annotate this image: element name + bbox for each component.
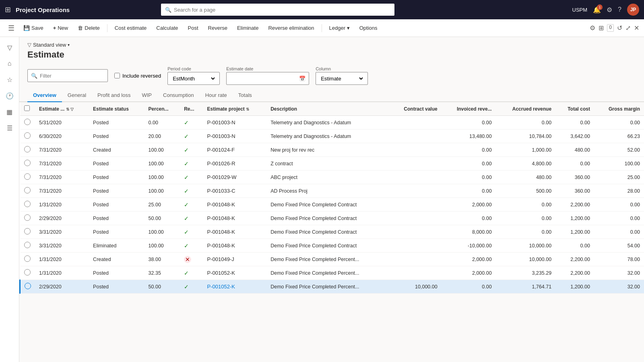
toolbar-columns-icon[interactable]: ⊞: [599, 24, 604, 32]
standard-view-button[interactable]: ▽ Standard view ▾: [27, 42, 636, 48]
save-button[interactable]: 💾 Save: [19, 23, 47, 33]
select-all-checkbox[interactable]: [24, 105, 30, 111]
row-project[interactable]: P-001024-F: [203, 143, 266, 157]
table-row[interactable]: 7/31/2020 Posted 100.00 ✓ P-001033-C AD …: [20, 184, 644, 198]
calendar-icon[interactable]: 📅: [299, 76, 305, 82]
header-estimate-status[interactable]: Estimate status: [89, 102, 144, 116]
table-row[interactable]: 7/31/2020 Posted 100.00 ✓ P-001026-R Z c…: [20, 157, 644, 171]
header-description[interactable]: Description: [266, 102, 389, 116]
search-bar[interactable]: 🔍: [161, 4, 394, 16]
table-row[interactable]: 1/31/2020 Created 38.00 ✕ P-001049-J Dem…: [20, 253, 644, 266]
filter-input-container[interactable]: 🔍: [27, 69, 108, 82]
period-code-select[interactable]: EstMonth Month Quarter Year: [171, 75, 216, 82]
row-project[interactable]: P-001052-K: [203, 280, 266, 294]
row-project[interactable]: P-001048-K: [203, 212, 266, 225]
menu-toggle-icon[interactable]: ☰: [5, 22, 18, 34]
settings-icon[interactable]: ⚙: [607, 6, 612, 14]
row-project[interactable]: P-001048-K: [203, 198, 266, 212]
row-project[interactable]: P-001003-N: [203, 130, 266, 143]
calculate-button[interactable]: Calculate: [152, 23, 182, 33]
row-check-cell[interactable]: [20, 253, 35, 266]
options-button[interactable]: Options: [355, 23, 382, 33]
header-re[interactable]: Re...: [180, 102, 203, 116]
header-check[interactable]: [20, 102, 35, 116]
cost-estimate-button[interactable]: Cost estimate: [111, 23, 151, 33]
period-code-select-wrap[interactable]: EstMonth Month Quarter Year: [167, 72, 220, 85]
include-reversed-checkbox[interactable]: [114, 73, 120, 78]
delete-button[interactable]: 🗑 Delete: [74, 23, 104, 33]
sidebar-icon-recent[interactable]: 🕐: [2, 88, 17, 103]
header-estimate-project[interactable]: Estimate project ⇅: [203, 102, 266, 116]
sidebar-icon-favorites[interactable]: ☆: [2, 72, 17, 87]
table-row[interactable]: 3/31/2020 Posted 100.00 ✓ P-001048-K Dem…: [20, 225, 644, 239]
table-row[interactable]: 1/31/2020 Posted 32.35 ✓ P-001052-K Demo…: [20, 266, 644, 280]
toolbar-settings-icon[interactable]: ⚙: [590, 24, 595, 32]
header-accrued-revenue[interactable]: Accrued revenue: [496, 102, 555, 116]
row-checkbox[interactable]: [24, 160, 31, 166]
row-check-cell[interactable]: [20, 198, 35, 212]
sidebar-icon-workspaces[interactable]: ▦: [2, 105, 17, 119]
search-input[interactable]: [174, 7, 390, 13]
row-check-cell[interactable]: [20, 130, 35, 143]
table-row[interactable]: 5/31/2020 Posted 0.00 ✓ P-001003-N Telem…: [20, 116, 644, 130]
grid-icon[interactable]: ⊞: [5, 5, 11, 14]
post-button[interactable]: Post: [184, 23, 202, 33]
row-check-cell[interactable]: [20, 266, 35, 280]
row-checkbox[interactable]: [24, 173, 31, 180]
row-checkbox[interactable]: [25, 283, 31, 289]
row-checkbox[interactable]: [24, 119, 31, 125]
row-check-cell[interactable]: [20, 239, 35, 253]
tab-hour-rate[interactable]: Hour rate: [200, 89, 233, 102]
table-row[interactable]: 1/31/2020 Posted 25.00 ✓ P-001048-K Demo…: [20, 198, 644, 212]
row-project[interactable]: P-001003-N: [203, 116, 266, 130]
sidebar-icon-menu[interactable]: ▽: [2, 40, 17, 55]
row-project[interactable]: P-001048-K: [203, 225, 266, 239]
tab-profit-loss[interactable]: Profit and loss: [92, 89, 136, 102]
new-button[interactable]: + New: [49, 23, 72, 33]
row-checkbox[interactable]: [24, 187, 31, 193]
reverse-button[interactable]: Reverse: [204, 23, 231, 33]
eliminate-button[interactable]: Eliminate: [233, 23, 262, 33]
avatar[interactable]: JP: [627, 4, 639, 16]
row-checkbox[interactable]: [24, 214, 31, 221]
row-project[interactable]: P-001052-K: [203, 266, 266, 280]
tab-consumption[interactable]: Consumption: [157, 89, 200, 102]
header-gross-margin[interactable]: Gross margin: [594, 102, 644, 116]
row-checkbox[interactable]: [24, 201, 31, 207]
sidebar-icon-list[interactable]: ☰: [2, 121, 17, 135]
table-row[interactable]: 2/29/2020 Posted 50.00 ✓ P-001048-K Demo…: [20, 212, 644, 225]
notification-icon[interactable]: 🔔 1: [593, 6, 601, 14]
tab-general[interactable]: General: [62, 89, 92, 102]
reverse-elimination-button[interactable]: Reverse elimination: [264, 23, 318, 33]
header-estimate-date[interactable]: Estimate ... ⇅ ▽: [35, 102, 89, 116]
toolbar-close-icon[interactable]: ✕: [634, 24, 639, 32]
table-row[interactable]: 7/31/2020 Created 100.00 ✓ P-001024-F Ne…: [20, 143, 644, 157]
header-percent[interactable]: Percen...: [144, 102, 180, 116]
row-project[interactable]: P-001026-R: [203, 157, 266, 171]
row-project[interactable]: P-001048-K: [203, 239, 266, 253]
row-checkbox[interactable]: [24, 255, 31, 262]
ledger-button[interactable]: Ledger ▾: [325, 23, 354, 33]
sort-icon[interactable]: ⇅: [66, 107, 69, 111]
row-project[interactable]: P-001049-J: [203, 253, 266, 266]
row-checkbox[interactable]: [24, 132, 31, 139]
column-select-wrap[interactable]: Estimate Actual Budget: [316, 72, 368, 85]
header-invoiced-rev[interactable]: Invoiced reve...: [442, 102, 496, 116]
table-row[interactable]: 6/30/2020 Posted 20.00 ✓ P-001003-N Tele…: [20, 130, 644, 143]
project-link[interactable]: P-001052-K: [207, 284, 235, 290]
sidebar-icon-home[interactable]: ⌂: [2, 56, 17, 71]
sort-icon-project[interactable]: ⇅: [246, 107, 249, 111]
row-check-cell[interactable]: [20, 184, 35, 198]
tab-wip[interactable]: WIP: [136, 89, 157, 102]
row-project[interactable]: P-001029-W: [203, 171, 266, 184]
tab-overview[interactable]: Overview: [27, 89, 62, 102]
table-row[interactable]: 7/31/2020 Posted 100.00 ✓ P-001029-W ABC…: [20, 171, 644, 184]
row-check-cell[interactable]: [20, 157, 35, 171]
row-checkbox[interactable]: [24, 242, 31, 248]
filter-col-icon[interactable]: ▽: [70, 107, 74, 111]
estimate-date-input[interactable]: [230, 76, 297, 82]
row-check-cell[interactable]: [20, 143, 35, 157]
table-row[interactable]: 3/31/2020 Eliminated 100.00 ✓ P-001048-K…: [20, 239, 644, 253]
toolbar-refresh-icon[interactable]: ↺: [617, 24, 622, 32]
estimate-date-input-wrap[interactable]: 📅: [226, 72, 309, 85]
